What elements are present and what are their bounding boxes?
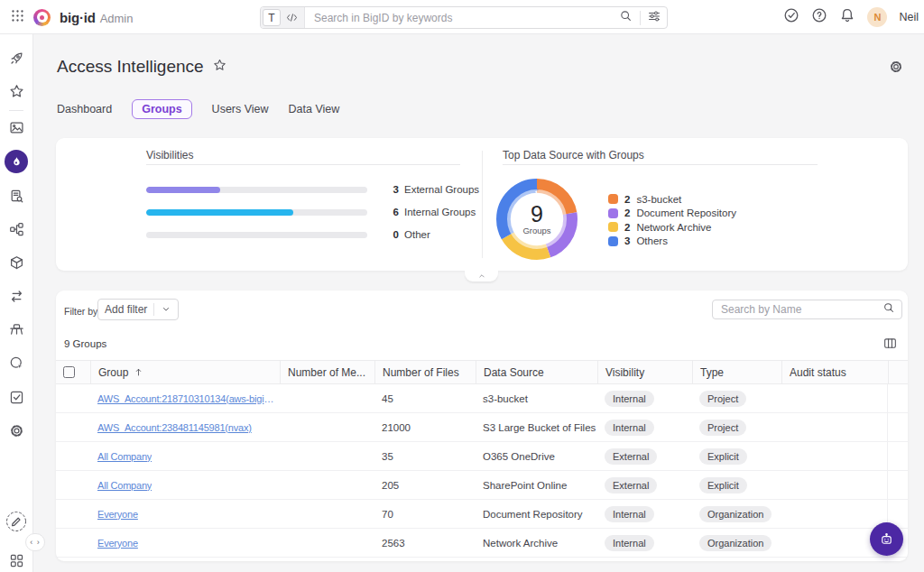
reports-image-icon[interactable]: [8, 119, 24, 135]
visibility-label: External Groups: [404, 184, 479, 195]
groups-donut-chart: 9 Groups: [494, 176, 580, 263]
collapse-charts-button[interactable]: [465, 270, 498, 281]
code-mode-toggle-icon[interactable]: [281, 12, 302, 23]
favorites-star-icon[interactable]: [8, 83, 24, 99]
global-search[interactable]: T Search in BigID by keywords: [260, 6, 668, 29]
groups-count: 9 Groups: [64, 338, 106, 349]
annotation-pencil-icon[interactable]: [5, 511, 27, 532]
legend-swatch: [608, 194, 618, 204]
table-row[interactable]: Everyone 70 Document Repository Internal…: [56, 500, 908, 529]
search-icon[interactable]: [619, 9, 633, 26]
group-link[interactable]: All Company: [97, 451, 152, 462]
type-chip: Organization: [699, 506, 772, 522]
tab-users-view[interactable]: Users View: [212, 103, 269, 115]
table-row[interactable]: AWS_Account:218710310134(aws-bigid-pr...…: [56, 384, 908, 413]
data-source-cell: s3-bucket: [476, 384, 597, 412]
bigid-logo-icon[interactable]: [33, 9, 51, 26]
help-icon[interactable]: [811, 7, 827, 27]
data-source-cell: Document Repository: [476, 500, 597, 528]
audit-status-cell: [781, 500, 888, 528]
org-structure-icon[interactable]: [8, 221, 24, 237]
group-link[interactable]: Everyone: [97, 509, 138, 520]
sort-asc-icon: [134, 367, 143, 377]
apps-small-grid-icon[interactable]: [8, 552, 24, 568]
actions-check-square-icon[interactable]: [8, 389, 24, 405]
visibility-bar-fill: [146, 187, 220, 193]
advanced-search-icon[interactable]: [648, 10, 661, 26]
search-mode-toggles[interactable]: T: [261, 7, 305, 28]
files-cell: 70: [374, 500, 476, 528]
tab-data-view[interactable]: Data View: [289, 103, 340, 115]
global-search-placeholder[interactable]: Search in BigID by keywords: [305, 12, 619, 24]
members-cell: [280, 442, 374, 470]
settings-gear-icon[interactable]: [8, 422, 24, 438]
filter-by-label: Filter by: [64, 306, 97, 317]
type-chip: Project: [699, 420, 746, 436]
legend-swatch: [608, 236, 618, 246]
visibility-value: 3: [390, 184, 399, 195]
col-header-audit-status[interactable]: Audit status: [781, 361, 888, 383]
column-chooser-icon[interactable]: [883, 337, 897, 354]
search-by-name-placeholder: Search by Name: [713, 303, 882, 316]
col-header-files[interactable]: Number of Files: [374, 361, 476, 383]
members-cell: [280, 471, 374, 499]
visibility-chip: Internal: [605, 535, 654, 551]
members-cell: [280, 500, 374, 528]
summary-charts-card: Visibilities 3 External Groups 6 Interna…: [56, 138, 908, 271]
table-header-row: Group Number of Me... Number of Files Da…: [56, 360, 908, 384]
select-all-checkbox[interactable]: [63, 366, 75, 378]
tab-dashboard[interactable]: Dashboard: [57, 103, 112, 115]
row-checkbox-cell: [56, 500, 90, 528]
view-tabs: Dashboard Groups Users View Data View: [57, 98, 339, 120]
catalog-search-icon[interactable]: [8, 188, 24, 204]
tab-groups[interactable]: Groups: [132, 99, 191, 119]
risk-globe-icon[interactable]: [8, 355, 24, 371]
user-avatar[interactable]: N: [867, 7, 887, 27]
text-mode-toggle[interactable]: T: [263, 9, 281, 26]
row-actions-cell: [888, 442, 908, 470]
groups-table-card: Filter by Add filter Search by Name 9 Gr…: [56, 291, 908, 561]
user-name[interactable]: Neil: [899, 11, 919, 23]
table-row[interactable]: All Company 35 O365 OneDrive External Ex…: [56, 442, 908, 471]
chevron-down-icon: [161, 304, 171, 315]
sidebar-item-access-intelligence[interactable]: [5, 150, 28, 173]
product-name: Admin: [100, 12, 134, 25]
files-cell: 21000: [374, 413, 476, 441]
row-actions-cell: [888, 413, 908, 441]
col-header-group[interactable]: Group: [90, 361, 280, 383]
donut-center-value: 9: [531, 203, 543, 225]
table-row[interactable]: Everyone 2563 Network Archive Internal O…: [56, 529, 908, 558]
members-cell: [280, 384, 374, 412]
page-settings-gear-icon[interactable]: [889, 60, 903, 78]
group-link[interactable]: AWS_Account:238481145981(nvax): [97, 422, 252, 433]
tasks-icon[interactable]: [783, 7, 799, 27]
getting-started-rocket-icon[interactable]: [8, 50, 24, 66]
col-header-type[interactable]: Type: [692, 361, 781, 383]
visibility-chip: External: [605, 448, 657, 465]
assistant-robot-button[interactable]: [870, 522, 903, 556]
data-cube-icon[interactable]: [8, 254, 24, 271]
table-row[interactable]: AWS_Account:238481145981(nvax) 21000 S3 …: [56, 413, 908, 442]
group-link[interactable]: All Company: [97, 480, 152, 491]
col-header-data-source[interactable]: Data Source: [476, 361, 597, 383]
sidebar-expander[interactable]: ‹ ›: [25, 533, 45, 551]
favorite-star-icon[interactable]: [213, 57, 226, 77]
group-link[interactable]: AWS_Account:218710310134(aws-bigid-pr...: [97, 393, 274, 404]
legend-item: 2s3-bucket: [608, 194, 736, 204]
notifications-bell-icon[interactable]: [839, 7, 855, 27]
donut-center-label: Groups: [522, 226, 550, 235]
group-link[interactable]: Everyone: [97, 538, 138, 549]
col-header-visibility[interactable]: Visibility: [597, 361, 692, 383]
apps-grid-icon[interactable]: [11, 9, 24, 26]
table-row[interactable]: All Company 205 SharePoint Online Extern…: [56, 471, 908, 500]
col-header-members[interactable]: Number of Me...: [280, 361, 374, 383]
visibility-bar-external: 3 External Groups: [146, 183, 479, 196]
data-desk-icon[interactable]: [8, 321, 24, 337]
add-filter-button[interactable]: Add filter: [97, 299, 179, 320]
page-title: Access Intelligence: [57, 57, 204, 77]
visibility-value: 6: [390, 207, 399, 217]
search-by-name-input[interactable]: Search by Name: [712, 300, 902, 319]
data-flows-arrows-icon[interactable]: [8, 288, 24, 304]
search-icon[interactable]: [882, 301, 901, 318]
brand-name: big·id: [60, 10, 96, 25]
